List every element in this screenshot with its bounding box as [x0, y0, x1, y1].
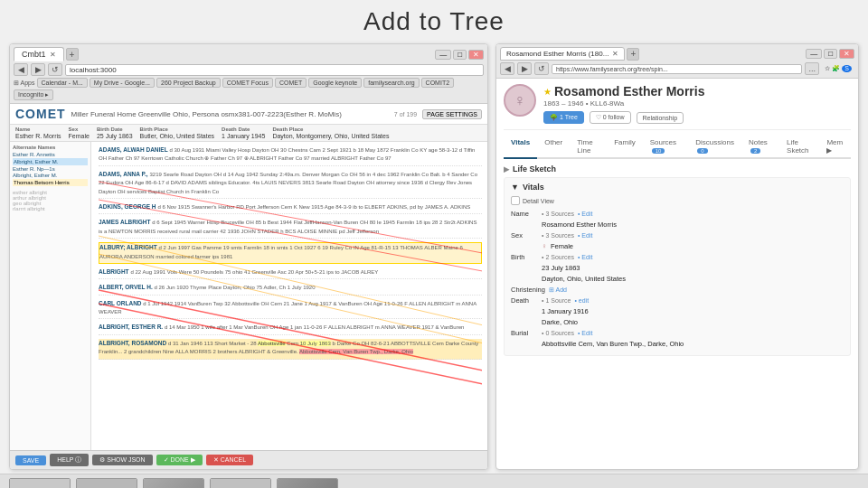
alt-name-4[interactable]: Albright, Esther M.	[13, 173, 88, 178]
extensions-icon[interactable]: 🧩	[832, 65, 840, 72]
birth-sources-count: • 2 Sources	[542, 254, 574, 260]
new-tab-button[interactable]: +	[66, 48, 79, 61]
follow-button[interactable]: ♡ 0 follow	[590, 111, 631, 124]
alt-name-3[interactable]: Esther R. Np—1s	[13, 166, 88, 172]
name-edit-link[interactable]: • Edit	[578, 211, 592, 217]
toolbar-apps[interactable]: ⊞ Apps	[14, 80, 35, 87]
tab-memories[interactable]: Mem ▶	[819, 136, 851, 159]
record-adams-alwah: ADAMS, ALWAH DANIEL d 30 Aug 1931 Miami …	[99, 145, 482, 166]
death-date-vital-value: 1 January 1916	[542, 307, 844, 315]
record-james-albright: JAMES ALBRIGHT d 6 Sept 1945 Warner Hosp…	[99, 218, 482, 239]
reload-button[interactable]: ↺	[48, 63, 62, 76]
fs-minimize[interactable]: —	[806, 49, 822, 59]
alt-name-2[interactable]: Albright, Esther M.	[13, 158, 88, 165]
fs-tab-active[interactable]: Rosamond Esther Morris (180... ✕	[500, 47, 625, 61]
birth-edit-link[interactable]: • Edit	[578, 254, 592, 260]
tab-vitals[interactable]: Vitals	[504, 136, 537, 159]
alt-name-5[interactable]: Thomas Betsorn Herris	[13, 179, 88, 186]
vital-death-place-row: Darke, Ohio	[511, 318, 844, 326]
death-edit-link[interactable]: • edit	[574, 297, 589, 304]
detail-view-label: Detail View	[523, 198, 554, 204]
vital-birth-place-row: Dayton, Ohio, United States	[511, 275, 844, 283]
browser-close[interactable]: ✕	[468, 50, 484, 60]
fs-more-button[interactable]: ...	[805, 62, 819, 75]
browser-minimize[interactable]: —	[435, 50, 451, 60]
records-content: ADAMS, ALWAH DANIEL d 30 Aug 1931 Miami …	[99, 145, 482, 446]
thumbnail-1[interactable]: 📄	[9, 478, 71, 489]
profile-icon[interactable]: S	[842, 65, 852, 72]
tab-close-icon[interactable]: ✕	[50, 51, 56, 59]
fs-back-button[interactable]: ◀	[500, 62, 514, 75]
tab-lifesketch[interactable]: Life Sketch	[779, 136, 819, 159]
fs-tab-close[interactable]: ✕	[612, 50, 618, 58]
thumb-img-5: 🖼	[278, 479, 337, 489]
tab-notes[interactable]: Notes 2	[741, 136, 779, 159]
cancel-button[interactable]: ✕ CANCEL	[206, 455, 253, 465]
thumbnail-2[interactable]: 📄	[76, 478, 137, 489]
toolbar-260[interactable]: 260 Project Backup	[156, 78, 221, 88]
tab-family[interactable]: Family	[607, 136, 643, 159]
save-button[interactable]: SAVE	[15, 455, 46, 465]
christening-add-link[interactable]: ⊞ Add	[549, 286, 567, 294]
fs-name-area: ★ Rosamond Esther Morris 1863 – 1946 • K…	[543, 84, 851, 124]
toolbar-fs[interactable]: familysearch.org	[363, 78, 419, 88]
fs-forward-button[interactable]: ▶	[517, 62, 532, 75]
thumb-doc-2: 📄	[77, 479, 137, 489]
tree-button[interactable]: 🌳 1 Tree	[543, 111, 584, 124]
fs-new-tab-button[interactable]: +	[627, 48, 639, 61]
fs-reload-button[interactable]: ↺	[534, 62, 549, 75]
browser-tab-comet[interactable]: Cmbt1 ✕	[14, 47, 64, 61]
forward-button[interactable]: ▶	[31, 63, 45, 76]
detail-view-toggle[interactable]: Detail View	[511, 196, 844, 205]
toolbar-comit2[interactable]: COMIT2	[421, 78, 454, 88]
thumb-doc-4: 📄	[211, 479, 270, 489]
back-button[interactable]: ◀	[14, 63, 28, 76]
toolbar-keynote[interactable]: Google keynote	[308, 78, 362, 88]
toolbar-incognito[interactable]: Incognito ▸	[14, 89, 53, 100]
browser-maximize[interactable]: □	[453, 50, 467, 60]
toolbar-comet[interactable]: COMET	[275, 78, 307, 88]
thumbnail-5[interactable]: 🖼	[277, 478, 338, 489]
address-input[interactable]: localhost:3000	[65, 64, 484, 76]
browser-tabs-left: Cmbt1 ✕ + — □ ✕	[14, 47, 484, 61]
fs-browser-chrome: Rosamond Esther Morris (180... ✕ + — □ ✕…	[496, 44, 858, 79]
sex-edit-link[interactable]: • Edit	[578, 232, 592, 239]
bookmark-icon[interactable]: ☆	[825, 65, 830, 72]
burial-edit-link[interactable]: • Edit	[578, 330, 592, 336]
tree-icon: 🌳	[550, 114, 560, 120]
vital-birth-date-row: 23 July 1863	[511, 264, 844, 272]
death-place-vital-value: Darke, Ohio	[542, 318, 844, 326]
alt-name-1[interactable]: Esther R. Annetts	[13, 152, 88, 157]
death-vital-label: Death	[511, 296, 538, 305]
page-settings-button[interactable]: PAGE SETTINGS	[422, 109, 482, 119]
fs-maximize[interactable]: □	[824, 49, 837, 59]
browser-toolbar: ⊞ Apps Calendar - M... My Drive - Google…	[14, 78, 484, 100]
toolbar-calendar[interactable]: Calendar - M...	[37, 78, 88, 88]
burial-vital-label: Burial	[511, 329, 538, 337]
thumbnail-3[interactable]: 🖼	[143, 478, 204, 489]
toolbar-drive[interactable]: My Drive - Google...	[90, 78, 155, 88]
death-date-value: 1 January 1945	[222, 133, 265, 139]
help-button[interactable]: HELP ⓘ	[50, 454, 89, 466]
relationship-button[interactable]: Relationship	[637, 112, 684, 124]
name-vital-value: Rosamond Esther Morris	[542, 221, 844, 229]
detail-view-checkbox[interactable]	[511, 196, 520, 205]
toolbar-cometfocus[interactable]: COMET Focus	[222, 78, 273, 88]
show-json-button[interactable]: ⚙ SHOW JSON	[92, 455, 152, 465]
right-panel: Rosamond Esther Morris (180... ✕ + — □ ✕…	[495, 43, 859, 470]
fs-close[interactable]: ✕	[839, 49, 854, 59]
fs-url-input[interactable]: https://www.familysearch.org/tree/spin..…	[552, 64, 802, 74]
star-icon: ★	[543, 87, 552, 97]
tab-timeline[interactable]: Time Line	[570, 136, 607, 159]
tab-discussions[interactable]: Discussions 0	[688, 136, 741, 159]
life-sketch-section[interactable]: ▶ Life Sketch	[504, 164, 851, 174]
tab-sources[interactable]: Sources 10	[643, 136, 689, 159]
thumbnail-4[interactable]: 📄	[210, 478, 271, 489]
burial-vital-value: Abbottsville Cem, Van Buren Twp., Darke,…	[542, 340, 844, 348]
browser-chrome-left: Cmbt1 ✕ + — □ ✕ ◀ ▶ ↺ localhost:3000 ⊞ A…	[10, 44, 487, 104]
tab-other[interactable]: Other	[537, 136, 570, 159]
done-button[interactable]: ✓ DONE ▶	[156, 455, 203, 465]
female-icon: ♀	[542, 242, 547, 250]
fs-tab-label: Rosamond Esther Morris (180...	[506, 50, 609, 58]
fs-person-name: Rosamond Esther Morris	[554, 84, 704, 99]
